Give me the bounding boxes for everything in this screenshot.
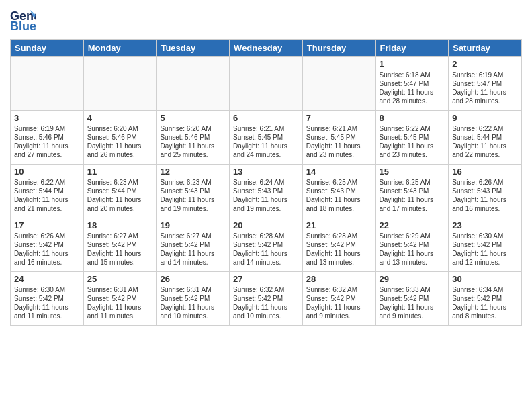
header: General Blue	[10, 7, 522, 35]
cell-info: Sunrise: 6:22 AM Sunset: 5:45 PM Dayligh…	[380, 124, 445, 159]
week-row-3: 10Sunrise: 6:22 AM Sunset: 5:44 PM Dayli…	[11, 165, 522, 218]
day-number: 26	[160, 274, 226, 284]
cell-info: Sunrise: 6:20 AM Sunset: 5:46 PM Dayligh…	[87, 124, 153, 159]
day-number: 4	[87, 113, 153, 123]
calendar-cell: 21Sunrise: 6:28 AM Sunset: 5:42 PM Dayli…	[302, 218, 375, 272]
calendar-cell	[11, 57, 84, 111]
day-number: 16	[452, 167, 518, 177]
week-row-5: 24Sunrise: 6:30 AM Sunset: 5:42 PM Dayli…	[11, 272, 522, 326]
day-number: 11	[87, 167, 153, 177]
day-number: 6	[233, 113, 299, 123]
day-number: 15	[380, 167, 445, 177]
day-number: 3	[14, 113, 80, 123]
svg-text:Blue: Blue	[10, 19, 36, 32]
day-number: 8	[380, 113, 445, 123]
cell-info: Sunrise: 6:31 AM Sunset: 5:42 PM Dayligh…	[160, 285, 226, 320]
day-number: 23	[452, 220, 518, 230]
weekday-header-monday: Monday	[83, 40, 157, 57]
cell-info: Sunrise: 6:21 AM Sunset: 5:45 PM Dayligh…	[306, 124, 372, 159]
day-number: 12	[160, 167, 226, 177]
calendar-cell: 14Sunrise: 6:25 AM Sunset: 5:43 PM Dayli…	[302, 165, 375, 218]
calendar-cell: 12Sunrise: 6:23 AM Sunset: 5:43 PM Dayli…	[157, 165, 230, 218]
cell-info: Sunrise: 6:28 AM Sunset: 5:42 PM Dayligh…	[306, 232, 372, 267]
day-number: 27	[233, 274, 299, 284]
day-number: 10	[14, 167, 80, 177]
cell-info: Sunrise: 6:32 AM Sunset: 5:42 PM Dayligh…	[233, 285, 299, 320]
cell-info: Sunrise: 6:21 AM Sunset: 5:45 PM Dayligh…	[233, 124, 299, 159]
calendar-cell: 8Sunrise: 6:22 AM Sunset: 5:45 PM Daylig…	[375, 111, 449, 165]
day-number: 9	[452, 113, 518, 123]
logo-icon: General Blue	[10, 7, 36, 35]
calendar-cell: 11Sunrise: 6:23 AM Sunset: 5:44 PM Dayli…	[83, 165, 157, 218]
page-container: General Blue SundayMondayTuesdayWednesda…	[0, 0, 532, 332]
day-number: 20	[233, 220, 299, 230]
calendar-cell: 26Sunrise: 6:31 AM Sunset: 5:42 PM Dayli…	[157, 272, 230, 326]
calendar-cell: 6Sunrise: 6:21 AM Sunset: 5:45 PM Daylig…	[230, 111, 303, 165]
cell-info: Sunrise: 6:34 AM Sunset: 5:42 PM Dayligh…	[452, 285, 518, 320]
day-number: 2	[452, 59, 518, 69]
calendar-cell: 3Sunrise: 6:19 AM Sunset: 5:46 PM Daylig…	[11, 111, 84, 165]
cell-info: Sunrise: 6:25 AM Sunset: 5:43 PM Dayligh…	[306, 178, 372, 213]
day-number: 19	[160, 220, 226, 230]
calendar-cell: 27Sunrise: 6:32 AM Sunset: 5:42 PM Dayli…	[230, 272, 303, 326]
cell-info: Sunrise: 6:26 AM Sunset: 5:42 PM Dayligh…	[14, 232, 80, 267]
cell-info: Sunrise: 6:22 AM Sunset: 5:44 PM Dayligh…	[14, 178, 80, 213]
calendar-cell: 28Sunrise: 6:32 AM Sunset: 5:42 PM Dayli…	[302, 272, 375, 326]
cell-info: Sunrise: 6:26 AM Sunset: 5:43 PM Dayligh…	[452, 178, 518, 213]
calendar-cell: 25Sunrise: 6:31 AM Sunset: 5:42 PM Dayli…	[83, 272, 157, 326]
calendar-cell: 10Sunrise: 6:22 AM Sunset: 5:44 PM Dayli…	[11, 165, 84, 218]
week-row-4: 17Sunrise: 6:26 AM Sunset: 5:42 PM Dayli…	[11, 218, 522, 272]
cell-info: Sunrise: 6:19 AM Sunset: 5:46 PM Dayligh…	[14, 124, 80, 159]
cell-info: Sunrise: 6:20 AM Sunset: 5:46 PM Dayligh…	[160, 124, 226, 159]
calendar-cell	[230, 57, 303, 111]
day-number: 7	[306, 113, 372, 123]
week-row-1: 1Sunrise: 6:18 AM Sunset: 5:47 PM Daylig…	[11, 57, 522, 111]
calendar-cell: 7Sunrise: 6:21 AM Sunset: 5:45 PM Daylig…	[302, 111, 375, 165]
day-number: 17	[14, 220, 80, 230]
calendar-cell: 17Sunrise: 6:26 AM Sunset: 5:42 PM Dayli…	[11, 218, 84, 272]
cell-info: Sunrise: 6:24 AM Sunset: 5:43 PM Dayligh…	[233, 178, 299, 213]
day-number: 5	[160, 113, 226, 123]
cell-info: Sunrise: 6:32 AM Sunset: 5:42 PM Dayligh…	[306, 285, 372, 320]
weekday-header-row: SundayMondayTuesdayWednesdayThursdayFrid…	[11, 40, 522, 57]
calendar-cell: 30Sunrise: 6:34 AM Sunset: 5:42 PM Dayli…	[449, 272, 522, 326]
calendar-cell: 9Sunrise: 6:22 AM Sunset: 5:44 PM Daylig…	[449, 111, 522, 165]
day-number: 24	[14, 274, 80, 284]
calendar-cell: 13Sunrise: 6:24 AM Sunset: 5:43 PM Dayli…	[230, 165, 303, 218]
cell-info: Sunrise: 6:31 AM Sunset: 5:42 PM Dayligh…	[87, 285, 153, 320]
week-row-2: 3Sunrise: 6:19 AM Sunset: 5:46 PM Daylig…	[11, 111, 522, 165]
cell-info: Sunrise: 6:30 AM Sunset: 5:42 PM Dayligh…	[452, 232, 518, 267]
cell-info: Sunrise: 6:22 AM Sunset: 5:44 PM Dayligh…	[452, 124, 518, 159]
logo: General Blue	[10, 7, 39, 35]
day-number: 28	[306, 274, 372, 284]
day-number: 25	[87, 274, 153, 284]
calendar-cell: 29Sunrise: 6:33 AM Sunset: 5:42 PM Dayli…	[375, 272, 449, 326]
calendar-cell: 18Sunrise: 6:27 AM Sunset: 5:42 PM Dayli…	[83, 218, 157, 272]
calendar-cell: 20Sunrise: 6:28 AM Sunset: 5:42 PM Dayli…	[230, 218, 303, 272]
day-number: 21	[306, 220, 372, 230]
weekday-header-sunday: Sunday	[11, 40, 84, 57]
cell-info: Sunrise: 6:18 AM Sunset: 5:47 PM Dayligh…	[380, 71, 445, 105]
calendar-cell: 5Sunrise: 6:20 AM Sunset: 5:46 PM Daylig…	[157, 111, 230, 165]
cell-info: Sunrise: 6:33 AM Sunset: 5:42 PM Dayligh…	[380, 285, 445, 320]
day-number: 29	[380, 274, 445, 284]
calendar-cell	[83, 57, 157, 111]
cell-info: Sunrise: 6:30 AM Sunset: 5:42 PM Dayligh…	[14, 285, 80, 320]
calendar-cell: 19Sunrise: 6:27 AM Sunset: 5:42 PM Dayli…	[157, 218, 230, 272]
cell-info: Sunrise: 6:27 AM Sunset: 5:42 PM Dayligh…	[160, 232, 226, 267]
weekday-header-tuesday: Tuesday	[157, 40, 230, 57]
calendar-cell: 4Sunrise: 6:20 AM Sunset: 5:46 PM Daylig…	[83, 111, 157, 165]
calendar-cell: 2Sunrise: 6:19 AM Sunset: 5:47 PM Daylig…	[449, 57, 522, 111]
calendar-cell: 15Sunrise: 6:25 AM Sunset: 5:43 PM Dayli…	[375, 165, 449, 218]
calendar-cell: 24Sunrise: 6:30 AM Sunset: 5:42 PM Dayli…	[11, 272, 84, 326]
calendar-cell: 23Sunrise: 6:30 AM Sunset: 5:42 PM Dayli…	[449, 218, 522, 272]
day-number: 22	[380, 220, 445, 230]
weekday-header-thursday: Thursday	[302, 40, 375, 57]
cell-info: Sunrise: 6:23 AM Sunset: 5:43 PM Dayligh…	[160, 178, 226, 213]
cell-info: Sunrise: 6:28 AM Sunset: 5:42 PM Dayligh…	[233, 232, 299, 267]
day-number: 1	[380, 59, 445, 69]
cell-info: Sunrise: 6:27 AM Sunset: 5:42 PM Dayligh…	[87, 232, 153, 267]
calendar-cell: 22Sunrise: 6:29 AM Sunset: 5:42 PM Dayli…	[375, 218, 449, 272]
weekday-header-friday: Friday	[375, 40, 449, 57]
day-number: 13	[233, 167, 299, 177]
